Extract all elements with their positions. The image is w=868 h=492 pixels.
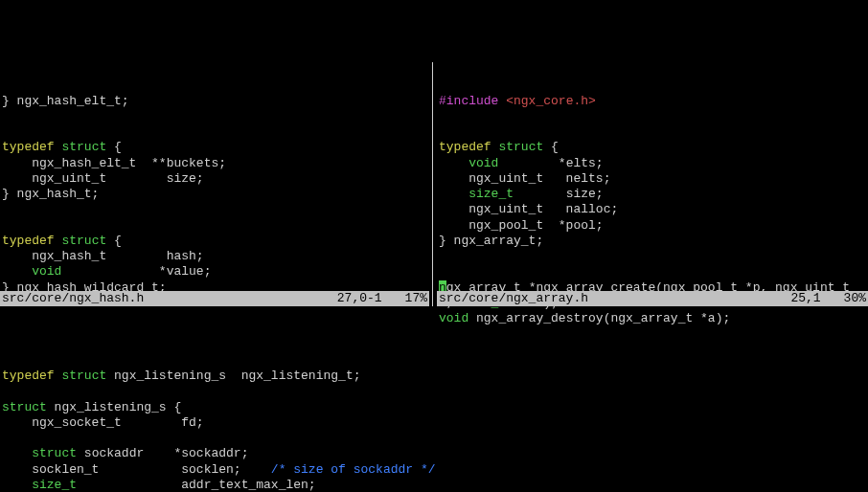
vertical-split-bar[interactable] [429,62,437,306]
code-token: { [106,234,122,248]
code-token [2,478,32,492]
code-token: typedef [2,234,55,248]
code-line[interactable] [439,249,866,264]
code-line[interactable]: ngx_uint_t nalloc; [439,202,866,217]
code-token: ngx_pool_t *pool; [439,218,604,233]
code-token [2,446,32,460]
top-row: } ngx_hash_elt_t; typedef struct { ngx_h… [0,62,868,306]
code-token: *elts; [498,156,603,170]
code-token: <ngx_core.h> [506,94,596,108]
code-token: void [468,156,498,170]
code-line[interactable] [2,384,866,399]
code-token: sockaddr *sockaddr; [77,446,248,460]
right-status: src/core/ngx_array.h 25,1 30% [437,291,868,306]
code-line[interactable]: #include <ngx_core.h> [439,94,866,109]
code-token: } ngx_hash_t; [2,187,99,201]
code-line[interactable] [2,338,866,353]
code-token: ngx_socket_t fd; [2,415,204,430]
code-token: { [543,140,559,154]
code-token: ngx_hash_elt_t **buckets; [2,156,226,170]
code-line[interactable] [439,264,866,280]
code-token: addr_text_max_len; [77,478,316,492]
code-line[interactable] [2,431,866,446]
code-line[interactable] [439,124,866,140]
code-token: typedef [439,140,491,154]
code-token: typedef [2,369,55,383]
status-cursor-pos: 25,1 [790,291,820,306]
code-line[interactable] [2,353,866,369]
left-pane[interactable]: } ngx_hash_elt_t; typedef struct { ngx_h… [0,62,429,306]
code-token: size_t [468,187,514,201]
code-line[interactable]: socklen_t socklen; /* size of sockaddr *… [2,462,866,478]
code-line[interactable]: void *value; [2,264,427,280]
code-token: ngx_uint_t nalloc; [439,202,618,216]
code-token: ngx_listening_s { [47,400,181,414]
code-line[interactable]: ngx_hash_t hash; [2,249,427,264]
code-token [2,264,32,279]
code-token: typedef [2,140,55,154]
code-token: struct [2,400,47,414]
status-cursor-pos: 27,0-1 [337,291,382,306]
code-line[interactable] [2,218,427,234]
code-token: socklen_t socklen; [2,462,271,477]
code-token: size; [514,187,604,201]
code-token: struct [61,369,106,383]
code-line[interactable]: struct sockaddr *sockaddr; [2,446,866,461]
code-line[interactable]: typedef struct { [439,140,866,155]
code-line[interactable] [2,109,427,124]
code-line[interactable]: typedef struct { [2,140,427,155]
vim-container: } ngx_hash_elt_t; typedef struct { ngx_h… [0,62,868,492]
code-line[interactable] [2,124,427,140]
code-line[interactable]: void *elts; [439,156,866,171]
code-token: ngx_uint_t nelts; [439,171,610,186]
code-token: struct [61,140,106,154]
code-line[interactable]: ngx_uint_t nelts; [439,171,866,187]
code-token: { [106,140,122,154]
code-line[interactable]: typedef struct { [2,234,427,249]
code-line[interactable]: size_t size; [439,187,866,202]
status-filename: src/core/ngx_array.h [439,291,790,306]
code-line[interactable]: ngx_uint_t size; [2,171,427,187]
status-filename: src/core/ngx_hash.h [2,291,337,306]
code-token: } ngx_hash_elt_t; [2,94,129,108]
left-code[interactable]: } ngx_hash_elt_t; typedef struct { ngx_h… [0,94,429,312]
code-line[interactable]: } ngx_hash_t; [2,187,427,202]
code-line[interactable]: ngx_pool_t *pool; [439,218,866,234]
code-token: struct [32,446,77,460]
status-percent: 30% [844,291,866,306]
left-status: src/core/ngx_hash.h 27,0-1 17% [0,291,429,306]
code-line[interactable]: } ngx_hash_elt_t; [2,94,427,109]
code-token: size_t [32,478,77,492]
code-token [439,187,468,201]
code-token [439,156,468,170]
right-pane[interactable]: #include <ngx_core.h> typedef struct { v… [437,62,868,306]
code-line[interactable]: typedef struct ngx_listening_s ngx_liste… [2,369,866,384]
code-token: } ngx_array_t; [439,234,543,248]
code-token: ngx_uint_t size; [2,171,204,186]
code-line[interactable] [2,202,427,217]
code-token: #include [439,94,506,108]
code-line[interactable] [439,109,866,124]
status-percent: 17% [405,291,427,306]
code-line[interactable]: ngx_hash_elt_t **buckets; [2,156,427,171]
code-token: struct [61,234,106,248]
code-line[interactable]: } ngx_array_t; [439,234,866,249]
code-token: ngx_listening_s ngx_listening_t; [106,369,360,383]
code-token: ngx_hash_t hash; [2,249,204,263]
code-token: *value; [61,264,211,279]
code-token: void [32,264,61,279]
code-line[interactable]: size_t addr_text_max_len; [2,478,866,492]
code-token: struct [498,140,543,154]
code-line[interactable]: ngx_socket_t fd; [2,415,866,431]
code-line[interactable]: struct ngx_listening_s { [2,400,866,415]
code-token: /* size of sockaddr */ [271,462,436,477]
bottom-code[interactable]: typedef struct ngx_listening_s ngx_liste… [0,338,868,493]
bottom-pane[interactable]: typedef struct ngx_listening_s ngx_liste… [0,306,868,492]
